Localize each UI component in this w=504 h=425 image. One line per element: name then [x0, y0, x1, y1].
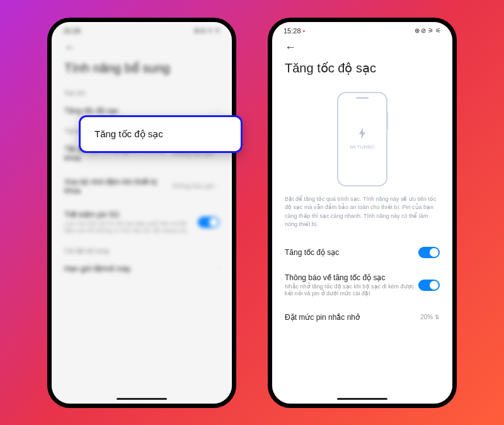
feature-description: Bật để tăng tốc quá trình sạc. Tính năng…	[272, 195, 452, 239]
page-title: Tăng tốc độ sạc	[272, 58, 452, 84]
screen-right: 15:28 • ⊕ ⊘ ⚞ ⚟ ← Tăng tốc độ sạc MI TUR…	[272, 22, 452, 404]
section-additional: Cài đặt bổ sung	[52, 242, 232, 257]
arrow-left-icon: ←	[64, 41, 76, 54]
home-indicator[interactable]	[117, 398, 167, 400]
toggle-boost-notification[interactable]	[418, 280, 440, 291]
phone-frame-right: 15:28 • ⊕ ⊘ ⚞ ⚟ ← Tăng tốc độ sạc MI TUR…	[268, 18, 457, 408]
row-boost-toggle[interactable]: Tăng tốc độ sạc	[272, 239, 452, 266]
row-clear-cache-lock[interactable]: Xóa bộ nhớ đệm khi thiết bị khóa Không b…	[52, 170, 232, 203]
highlight-boost-charging[interactable]: Tăng tốc độ sạc	[79, 115, 243, 153]
chevron-right-icon: ›	[217, 107, 219, 114]
row-battery-threshold[interactable]: Đặt mức pin nhắc nhở 20% ⇅	[272, 305, 452, 329]
row-boost-notification[interactable]: Thông báo về tăng tốc độ sạc Nhắc nhở tă…	[272, 266, 452, 305]
page-title: Tính năng bổ sung	[52, 58, 232, 84]
section-charging: Sạc pin	[52, 84, 232, 99]
status-icons: ⊕ ⊘ ⚞ ⚟	[194, 27, 220, 34]
status-icons: ⊕ ⊘ ⚞ ⚟	[415, 27, 441, 34]
phone-illustration: MI TURBO	[337, 92, 387, 186]
left-phone-wrapper: 15:28 ⊕ ⊘ ⚞ ⚟ ← Tính năng bổ sung Sạc pi…	[47, 18, 236, 408]
status-time: 15:28	[63, 27, 81, 35]
back-button[interactable]: ←	[272, 37, 309, 58]
back-button[interactable]: ←	[52, 37, 88, 58]
screen-left: 15:28 ⊕ ⊘ ⚞ ⚟ ← Tính năng bổ sung Sạc pi…	[52, 22, 232, 404]
toggle-boost-charging[interactable]	[418, 247, 440, 258]
row-5g-saver[interactable]: Tiết kiệm pin 5G Làm cho kết nối 5G tồn …	[52, 203, 232, 242]
illustration-caption: MI TURBO	[350, 144, 375, 150]
toggle-5g-saver[interactable]	[198, 217, 219, 228]
arrow-left-icon: ←	[285, 41, 296, 54]
highlight-label: Tăng tốc độ sạc	[94, 128, 163, 139]
phone-frame-left: 15:28 ⊕ ⊘ ⚞ ⚟ ← Tính năng bổ sung Sạc pi…	[47, 18, 236, 408]
status-bar: 15:28 • ⊕ ⊘ ⚞ ⚟	[272, 22, 452, 37]
status-bar: 15:28 ⊕ ⊘ ⚞ ⚟	[52, 22, 232, 37]
status-time: 15:28 •	[284, 27, 305, 35]
lightning-icon	[358, 128, 367, 142]
home-indicator[interactable]	[337, 398, 387, 400]
updown-icon: ⇅	[435, 314, 440, 320]
row-schedule-power[interactable]: Hẹn giờ tắt/mở máy ›	[52, 257, 232, 281]
chevron-right-icon: ›	[217, 265, 219, 272]
chevron-right-icon: ›	[217, 183, 219, 190]
